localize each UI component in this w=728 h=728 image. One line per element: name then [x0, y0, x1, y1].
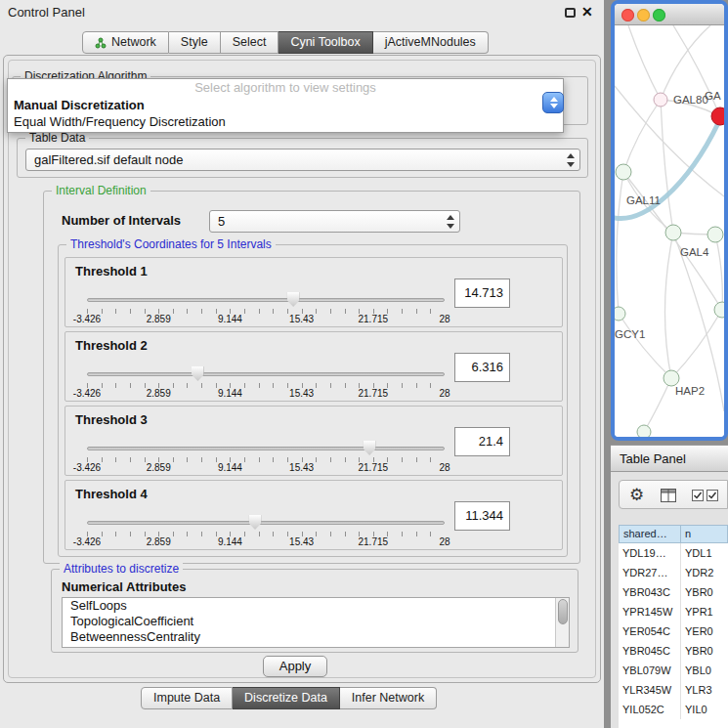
columns-icon[interactable] — [661, 489, 676, 502]
group-title: Interval Definition — [52, 184, 150, 197]
table-row[interactable]: YBL079W YBL0 — [619, 661, 728, 680]
zoom-traffic-light-icon[interactable] — [653, 9, 665, 21]
table-cell[interactable]: YBL079W — [619, 661, 681, 680]
apply-button[interactable]: Apply — [263, 656, 327, 677]
table-row[interactable]: YBR043C YBR0 — [619, 582, 728, 602]
tab-jactivemnodules[interactable]: jActiveMNodules — [373, 31, 489, 54]
table-cell[interactable]: YBR0 — [681, 582, 728, 602]
slider-thumb[interactable] — [249, 515, 262, 530]
threshold-4-panel: Threshold 4 -3.426 2.859 9.144 15.43 21.… — [64, 480, 563, 550]
table-row[interactable]: YDR27… YDR2 — [619, 563, 728, 582]
node-label: GAL11 — [626, 194, 661, 206]
algorithm-dropdown-popup: Select algorithm to view settings Manual… — [7, 78, 564, 133]
scale-label: -3.426 — [73, 536, 101, 547]
scrollbar-thumb[interactable] — [558, 599, 568, 624]
tab-infer-network[interactable]: Infer Network — [340, 687, 437, 709]
network-canvas[interactable]: GAL80 GA GAL11 GAL4 GCY1 HAP2 — [615, 25, 724, 437]
list-item[interactable]: SelfLoops — [63, 598, 569, 614]
table-cell[interactable]: YLR345W — [619, 680, 681, 700]
network-node[interactable] — [665, 225, 681, 240]
threshold-1-value-field[interactable]: 14.713 — [454, 278, 510, 308]
gear-icon[interactable]: ⚙ — [629, 485, 644, 505]
table-cell[interactable]: YBL0 — [681, 661, 728, 680]
table-cell[interactable]: YPR145W — [619, 602, 681, 621]
table-cell[interactable]: YBR045C — [619, 641, 681, 661]
table-row[interactable]: YER054C YER0 — [619, 621, 728, 641]
slider-thumb[interactable] — [364, 441, 376, 455]
network-node[interactable] — [714, 302, 724, 318]
threshold-2-slider[interactable]: -3.426 2.859 9.144 15.43 21.715 28 — [87, 362, 445, 401]
network-node[interactable] — [664, 370, 679, 386]
threshold-4-slider[interactable]: -3.426 2.859 9.144 15.43 21.715 28 — [87, 510, 445, 549]
minimize-traffic-light-icon[interactable] — [637, 9, 650, 21]
number-of-intervals-combobox[interactable]: 5 — [209, 210, 460, 233]
list-item[interactable]: TopologicalCoefficient — [63, 614, 569, 629]
scale-label: 9.144 — [218, 462, 242, 473]
table-cell[interactable]: YDR27… — [619, 563, 681, 582]
threshold-4-value-field[interactable]: 11.344 — [454, 501, 510, 531]
threshold-2-value-field[interactable]: 6.316 — [454, 353, 510, 382]
tab-network[interactable]: Network — [82, 31, 169, 54]
slider-track[interactable] — [87, 447, 445, 450]
network-node[interactable] — [637, 425, 651, 437]
table-row[interactable]: YBR045C YBR0 — [619, 641, 728, 661]
float-window-icon[interactable] — [565, 8, 576, 18]
numerical-attributes-list[interactable]: SelfLoops TopologicalCoefficient Between… — [62, 597, 570, 648]
table-cell[interactable]: YIL052C — [619, 700, 681, 719]
table-cell[interactable]: YER0 — [681, 621, 728, 641]
menu-item-manual-discretization[interactable]: Manual Discretization — [8, 97, 563, 113]
slider-thumb[interactable] — [287, 292, 300, 307]
list-item[interactable]: BetweennessCentrality — [63, 629, 569, 645]
network-window-titlebar[interactable] — [615, 4, 724, 25]
slider-thumb[interactable] — [192, 366, 204, 381]
close-traffic-light-icon[interactable] — [621, 9, 634, 21]
column-header[interactable]: shared… — [619, 525, 681, 543]
slider-scale: -3.426 2.859 9.144 15.43 21.715 28 — [87, 536, 445, 548]
network-node-selected[interactable] — [711, 107, 724, 125]
threshold-3-value-field[interactable]: 21.4 — [454, 427, 510, 456]
tab-impute-data[interactable]: Impute Data — [141, 687, 233, 709]
scale-label: 28 — [439, 462, 450, 473]
network-node[interactable] — [707, 227, 723, 242]
tab-select[interactable]: Select — [221, 31, 279, 54]
table-cell[interactable]: YER054C — [619, 621, 681, 641]
table-cell[interactable]: YDL1 — [681, 543, 728, 563]
checkbox-checked-icon[interactable] — [707, 490, 718, 501]
table-cell[interactable]: YIL0 — [681, 700, 728, 719]
threshold-1-slider[interactable]: -3.426 2.859 9.144 15.43 21.715 28 — [87, 287, 445, 326]
network-node[interactable] — [654, 93, 667, 107]
table-cell[interactable]: YDL19… — [619, 543, 681, 563]
tab-discretize-data[interactable]: Discretize Data — [233, 687, 340, 709]
threshold-label: Threshold 4 — [75, 487, 148, 501]
column-header[interactable]: n — [681, 525, 728, 543]
checkbox-checked-icon[interactable] — [692, 490, 704, 501]
algorithm-combo-stepper[interactable] — [542, 92, 564, 113]
table-cell[interactable]: YPR1 — [681, 602, 728, 621]
table-header-row: shared… n — [619, 525, 728, 543]
table-cell[interactable]: YLR3 — [681, 680, 728, 700]
table-row[interactable]: YLR345W YLR3 — [619, 680, 728, 700]
tab-cyni-toolbox[interactable]: Cyni Toolbox — [278, 31, 372, 54]
slider-track[interactable] — [87, 372, 445, 376]
table-row[interactable]: YDL19… YDL1 — [619, 543, 728, 563]
list-scrollbar[interactable] — [555, 598, 569, 647]
slider-track[interactable] — [87, 298, 445, 302]
scale-label: 15.43 — [289, 388, 314, 399]
tab-style[interactable]: Style — [169, 31, 221, 54]
table-data-combobox[interactable]: galFiltered.sif default node — [25, 149, 580, 171]
table-cell[interactable]: YBR0 — [681, 641, 728, 661]
network-node[interactable] — [615, 307, 625, 321]
table-cell[interactable]: YBR043C — [619, 582, 681, 602]
table-panel-header[interactable]: Table Panel — [611, 445, 728, 472]
threshold-label: Threshold 2 — [75, 338, 148, 353]
table-row[interactable]: YPR145W YPR1 — [619, 602, 728, 621]
table-row[interactable]: YIL052C YIL0 — [619, 700, 728, 719]
table-cell[interactable]: YDR2 — [681, 563, 728, 582]
slider-track[interactable] — [87, 521, 445, 525]
network-node[interactable] — [616, 164, 631, 180]
menu-item-equal-width-frequency[interactable]: Equal Width/Frequency Discretization — [8, 113, 563, 130]
close-icon[interactable]: ✕ — [581, 4, 593, 20]
network-view-window[interactable]: GAL80 GA GAL11 GAL4 GCY1 HAP2 — [611, 0, 728, 441]
threshold-3-slider[interactable]: -3.426 2.859 9.144 15.43 21.715 28 — [87, 436, 445, 475]
scale-label: 2.859 — [147, 462, 171, 473]
